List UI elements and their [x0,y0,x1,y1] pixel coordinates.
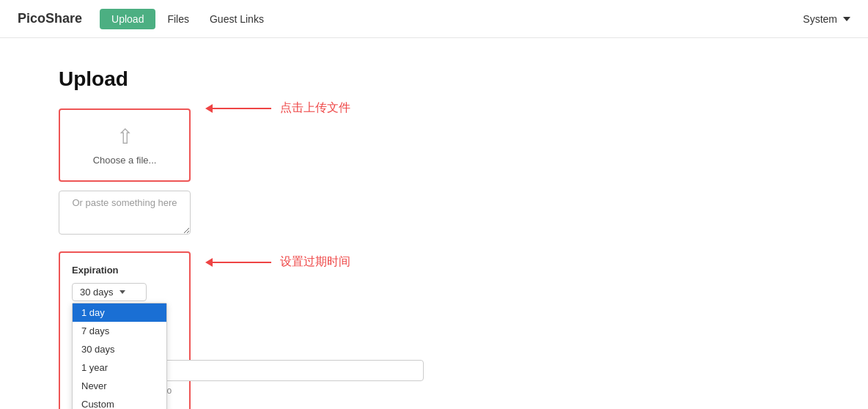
chevron-down-icon [119,290,125,294]
paste-box [59,191,191,237]
dropdown-item-1day[interactable]: 1 day [73,303,166,322]
nav-system-menu[interactable]: System [803,13,850,25]
expiration-panel: Expiration 30 days 1 day 7 days 30 days … [59,251,191,409]
nav-links: Upload Files Guest Links [100,9,273,29]
chevron-down-icon [843,17,850,21]
navbar: PicoShare Upload Files Guest Links Syste… [0,0,868,38]
paste-textarea[interactable] [59,191,191,235]
dropdown-item-1year[interactable]: 1 year [73,358,166,377]
expiration-title: Expiration [72,265,177,276]
annotation-arrow1: 点击上传文件 [205,100,350,116]
nav-files-link[interactable]: Files [158,9,198,29]
page-title: Upload [59,67,809,91]
brand-name: PicoShare [18,11,82,26]
nav-guest-links-link[interactable]: Guest Links [201,9,273,29]
dropdown-item-7days[interactable]: 7 days [73,322,166,340]
expiration-select-wrapper: 30 days 1 day 7 days 30 days 1 year Neve… [72,283,147,301]
nav-system-label: System [803,13,837,25]
arrow-head-icon [205,104,213,113]
annotation-arrow2: 设置过期时间 [205,254,350,270]
expiration-select-display[interactable]: 30 days [72,283,147,301]
annotation-text2: 设置过期时间 [280,254,350,270]
annotation-text1: 点击上传文件 [280,100,350,116]
arrow-head-icon [205,258,213,267]
upload-box-label: Choose a file... [93,155,157,166]
upload-icon: ⇧ [117,125,133,149]
arrow-line [213,262,271,263]
dropdown-item-30days[interactable]: 30 days [73,340,166,358]
dropdown-item-custom[interactable]: Custom [73,395,166,409]
expiration-selected-value: 30 days [80,287,114,298]
file-upload-box[interactable]: ⇧ Choose a file... [59,108,191,182]
dropdown-item-never[interactable]: Never [73,377,166,395]
main-content: Upload ⇧ Choose a file... Expiration 30 … [0,38,868,409]
arrow-line [213,108,271,109]
expiration-dropdown: 1 day 7 days 30 days 1 year Never Custom [72,303,167,409]
nav-upload-button[interactable]: Upload [100,9,155,29]
